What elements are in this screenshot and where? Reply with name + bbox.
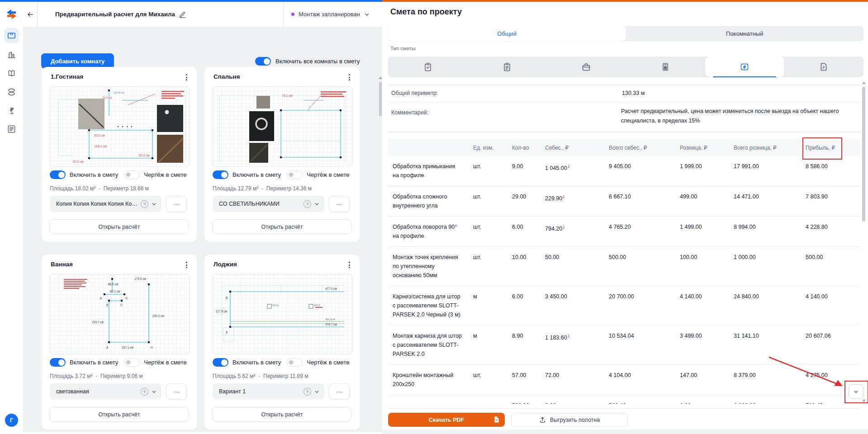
svg-text:₽: ₽ <box>823 66 825 70</box>
more-button[interactable]: ... <box>166 196 187 212</box>
cell-profit: 7 803.90 <box>806 192 860 210</box>
status-dropdown[interactable]: Монтаж запланирован <box>283 2 382 27</box>
variant-select[interactable]: Копия Копия Копия Копия Копия ... ? <box>50 196 161 212</box>
point-label: B <box>106 303 108 307</box>
sidebar-item-building[interactable] <box>4 47 19 62</box>
cell-rtotal: 8 994.00 <box>734 222 806 241</box>
open-calculation-button[interactable]: Открыть расчёт <box>50 219 189 234</box>
pdf-file-icon <box>493 416 500 423</box>
download-pdf-button[interactable]: Скачать PDF <box>388 413 505 427</box>
drawing-toggle[interactable] <box>124 358 140 367</box>
sidebar-item-rooms[interactable] <box>4 28 19 43</box>
type-tab-invoice[interactable]: ₽ <box>784 57 863 77</box>
sidebar-item-layers[interactable] <box>4 85 19 99</box>
help-icon[interactable]: ? <box>141 388 148 396</box>
dim-label: 157.1 см <box>122 346 133 349</box>
left-panel-scrollbar[interactable] <box>379 82 382 116</box>
cell-qty: 6.00 <box>512 222 545 241</box>
cell-name: Обработка поворота 90° на профиле <box>388 222 473 241</box>
variant-select[interactable]: СО СВЕТИЛЬНИКАМИ ? <box>213 196 324 212</box>
floor-plan-preview[interactable]: 88.5 см 66.1 см 153.7 см 230.0 см 157.1 … <box>50 274 190 354</box>
cell-profit: 20 607.06 <box>806 331 860 359</box>
dim-label: 117.8 см <box>216 310 228 313</box>
include-room-toggle[interactable] <box>50 358 66 367</box>
drawing-toggle-label: Чертёж в смете <box>307 171 349 178</box>
dim-label: 461.9 см <box>325 318 335 321</box>
avatar[interactable]: Г <box>5 414 18 427</box>
drawing-toggle[interactable] <box>287 170 303 179</box>
more-button[interactable]: ... <box>329 196 350 212</box>
kebab-menu-icon[interactable] <box>343 259 355 271</box>
scroll-up-icon[interactable] <box>379 76 382 79</box>
tab-by-room[interactable]: Покомнатный <box>626 26 864 41</box>
include-room-toggle[interactable] <box>213 358 228 367</box>
cell-name: Обработка примыкания на профиле <box>388 162 473 180</box>
sidebar-item-documents[interactable] <box>4 122 19 137</box>
cell-unit <box>473 401 512 404</box>
room-perimeter: Периметр 11.89 м <box>263 373 308 379</box>
type-tab-estimate-list[interactable] <box>467 57 546 77</box>
bottom-strip <box>382 429 868 434</box>
room-title: Лоджия <box>213 261 237 268</box>
export-canvases-button[interactable]: Выгрузить полотна <box>511 413 628 427</box>
point-label: C <box>120 303 123 307</box>
cell-name: Монтаж карниза для штор с рассеивателем … <box>388 331 473 359</box>
app-logo[interactable] <box>5 8 18 20</box>
rooms-panel: Добавить комнату Включить все комнаты в … <box>23 27 382 432</box>
include-all-toggle[interactable] <box>255 57 271 66</box>
include-room-toggle[interactable] <box>50 170 66 179</box>
drawing-toggle[interactable] <box>287 358 303 367</box>
open-calculation-button[interactable]: Открыть расчёт <box>213 407 351 422</box>
estimate-footer: Скачать PDF Выгрузить полотна <box>388 408 860 427</box>
cell-cost: 0.00 <box>545 401 609 404</box>
include-room-toggle[interactable] <box>213 170 228 179</box>
estimate-scrollbar[interactable] <box>862 87 865 222</box>
sidebar-item-catalog[interactable] <box>4 66 19 81</box>
col-unit: Ед. изм. <box>473 145 512 151</box>
scroll-down-icon[interactable] <box>862 400 866 402</box>
variant-select[interactable]: Вариант 1 ? <box>213 383 324 400</box>
type-tab-estimate-check[interactable] <box>388 57 467 77</box>
help-icon[interactable]: ? <box>141 200 148 208</box>
floor-plan-preview[interactable]: 75.1 см <box>213 86 352 167</box>
room-card: Лоджия 477.0 см 117.8 см 476.7 см <box>204 255 360 429</box>
cell-unit: м <box>473 292 512 319</box>
type-tab-calculator[interactable] <box>626 57 705 77</box>
estimate-type-tabs: ₽ ₽ <box>388 57 863 77</box>
kebab-menu-icon[interactable] <box>343 71 355 83</box>
cell-unit: шт. <box>473 253 512 280</box>
chevron-down-icon <box>364 12 370 17</box>
more-button[interactable]: ... <box>329 383 350 400</box>
help-icon[interactable]: ? <box>304 200 311 208</box>
help-icon[interactable]: ? <box>304 388 311 396</box>
include-room-label: Включить в смету <box>232 359 281 366</box>
add-room-button[interactable]: Добавить комнату <box>41 53 114 69</box>
table-body: Обработка примыкания на профилешт.9.001 … <box>388 156 860 404</box>
drawing-toggle[interactable] <box>124 170 140 179</box>
edit-icon[interactable] <box>179 11 186 18</box>
back-button[interactable] <box>23 2 38 27</box>
kebab-menu-icon[interactable] <box>180 71 192 83</box>
cell-retail: 3 499.00 <box>680 331 734 359</box>
footnote-marker: 1 <box>563 225 565 229</box>
project-title: Предварительный расчет для Михаила <box>55 11 175 18</box>
variant-select[interactable]: светованная ? <box>50 383 161 400</box>
col-cost: Себес., ₽ <box>545 145 609 151</box>
collapse-chevron-button[interactable] <box>849 384 863 399</box>
kebab-menu-icon[interactable] <box>180 259 192 271</box>
cell-rtotal: 8 379.00 <box>734 371 806 389</box>
floor-plan-preview[interactable]: 216.6 см 76.5 см 50.0 см 165.0 см 20.0 с… <box>50 86 190 167</box>
open-calculation-button[interactable]: Открыть расчёт <box>50 407 189 422</box>
type-tab-briefcase[interactable] <box>546 57 626 77</box>
cell-cost: 1 183.601 <box>545 331 609 359</box>
tab-general[interactable]: Общий <box>388 26 626 41</box>
open-calculation-button[interactable]: Открыть расчёт <box>213 219 351 234</box>
sidebar-item-payments[interactable]: ₽ <box>4 103 19 118</box>
cell-profit: 4 228.80 <box>806 222 860 241</box>
more-button[interactable]: ... <box>166 383 187 400</box>
cell-rtotal: 31 141.10 <box>734 331 806 359</box>
point-label: D <box>125 297 128 300</box>
floor-plan-preview[interactable]: 477.0 см 117.8 см 476.7 см 461.9 см B A … <box>213 274 352 354</box>
type-tab-ruble[interactable]: ₽ <box>705 57 784 77</box>
scroll-up-icon[interactable] <box>862 81 866 84</box>
